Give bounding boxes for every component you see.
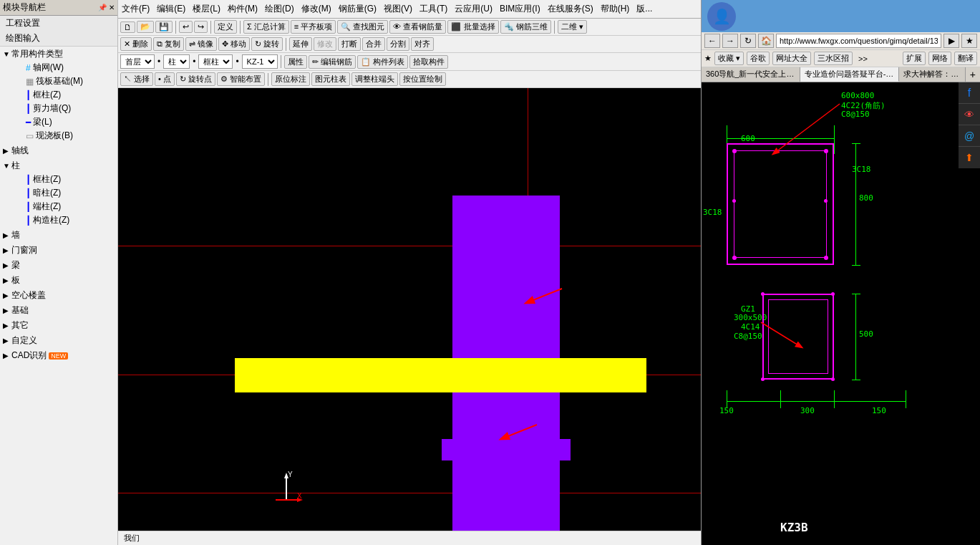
- tree-leaf-kz[interactable]: ┃框柱(Z): [9, 173, 117, 186]
- nav-forward[interactable]: →: [722, 34, 738, 48]
- tb-adjustend[interactable]: 调整柱端头: [351, 72, 398, 86]
- social-eye[interactable]: 👁: [959, 104, 980, 125]
- tb-undo[interactable]: ↩: [179, 21, 193, 33]
- tb-nonmod[interactable]: 修改: [314, 37, 336, 51]
- tree-leaf-dz[interactable]: ┃端柱(Z): [9, 200, 117, 213]
- sidebar-close-icon[interactable]: ✕: [109, 4, 115, 11]
- tree-label-foundation[interactable]: ▶ 基础: [0, 304, 117, 317]
- tb-redo[interactable]: ↪: [194, 21, 208, 33]
- tree-label-custom[interactable]: ▶ 自定义: [0, 334, 117, 347]
- menu-component[interactable]: 构件(M): [224, 1, 261, 16]
- nav-refresh[interactable]: ↻: [740, 34, 756, 48]
- bm-urlall[interactable]: 网址大全: [772, 52, 811, 65]
- tb-bypos[interactable]: 按位置绘制: [399, 72, 446, 86]
- tb-rotate[interactable]: ↻ 旋转: [251, 37, 283, 51]
- tree-leaf-az[interactable]: ┃暗柱(Z): [9, 186, 117, 200]
- bm-translate[interactable]: 翻译: [954, 52, 977, 65]
- browser-tab-1[interactable]: 专业造价问题答疑平台-广联... ✕: [800, 67, 900, 82]
- menu-online[interactable]: 在线服务(S): [544, 1, 597, 16]
- sidebar-item-drawing[interactable]: 绘图输入: [0, 31, 117, 46]
- tb-coltable[interactable]: 图元柱表: [311, 72, 350, 86]
- tree-label-other[interactable]: ▶ 其它: [0, 319, 117, 332]
- sidebar-item-engineering[interactable]: 工程设置: [0, 16, 117, 31]
- nav-back[interactable]: ←: [704, 34, 720, 48]
- browser-tab-0[interactable]: 360导航_新一代安全上网导... ✕: [702, 67, 800, 82]
- tree-leaf-beam[interactable]: ━梁(L): [9, 115, 117, 129]
- tb-save[interactable]: 💾: [155, 21, 173, 33]
- subtype-select[interactable]: 框柱: [198, 54, 233, 69]
- tb-split[interactable]: 分割: [387, 37, 409, 51]
- tb-delete[interactable]: ✕ 删除: [120, 37, 152, 51]
- social-at[interactable]: @: [959, 125, 980, 147]
- menu-cloud[interactable]: 云应用(U): [451, 1, 496, 16]
- tree-label-hollow[interactable]: ▶ 空心楼盖: [0, 289, 117, 302]
- bm-google[interactable]: 谷歌: [747, 52, 770, 65]
- menu-help[interactable]: 帮助(H): [597, 1, 634, 16]
- tree-leaf-framecol[interactable]: ┃框柱(Z): [9, 88, 117, 102]
- bm-network[interactable]: 网络: [928, 52, 951, 65]
- tree-label-ban[interactable]: ▶ 板: [0, 274, 117, 287]
- menu-edit[interactable]: 编辑(E): [153, 1, 189, 16]
- bm-more[interactable]: >>: [858, 54, 868, 63]
- tb-properties[interactable]: 属性: [284, 55, 307, 69]
- address-bar[interactable]: [776, 34, 941, 48]
- tree-label-col[interactable]: ▼ 柱: [0, 159, 117, 173]
- tb-2d[interactable]: 二维 ▾: [558, 20, 587, 34]
- tree-label-door[interactable]: ▶ 门窗洞: [0, 243, 117, 257]
- tb-rotpoint[interactable]: ↻ 旋转点: [176, 72, 215, 86]
- tb-smartlay[interactable]: ⚙ 智能布置: [217, 72, 265, 86]
- tb-copy[interactable]: ⧉ 复制: [153, 37, 184, 51]
- new-tab-btn[interactable]: +: [966, 67, 980, 82]
- browser-tab-2[interactable]: 求大神解答：构... ✕: [899, 67, 966, 82]
- component-select[interactable]: KZ-1: [242, 54, 278, 69]
- tb-align[interactable]: 对齐: [411, 37, 434, 51]
- tb-extend[interactable]: 延伸: [289, 37, 312, 51]
- tb-summary[interactable]: Σ 汇总计算: [243, 20, 289, 34]
- tree-leaf-raft[interactable]: ▦筏板基础(M): [9, 74, 117, 88]
- menu-version[interactable]: 版...: [633, 1, 656, 16]
- tb-findshape[interactable]: 🔍 查找图元: [337, 20, 388, 34]
- tb-new[interactable]: 🗋: [120, 21, 135, 33]
- tb-define[interactable]: 定义: [214, 20, 237, 34]
- tb-viewrebar[interactable]: 👁 查看钢筋量: [389, 20, 446, 34]
- sidebar-pin-icon[interactable]: 📌: [98, 4, 107, 11]
- menu-modify[interactable]: 修改(M): [298, 1, 335, 16]
- bm-sanshui[interactable]: 三水区招: [814, 52, 853, 65]
- tb-open[interactable]: 📂: [137, 21, 154, 33]
- menu-view[interactable]: 视图(V): [380, 1, 416, 16]
- tree-label-axisline[interactable]: ▶ 轴线: [0, 144, 117, 158]
- layer-select[interactable]: 首层: [120, 54, 155, 69]
- tb-editrebar[interactable]: ✏ 编辑钢筋: [309, 55, 356, 69]
- menu-rebar[interactable]: 钢筋量(G): [335, 1, 380, 16]
- tree-leaf-axis[interactable]: #轴网(W): [9, 61, 117, 74]
- nav-star[interactable]: ★: [961, 34, 977, 48]
- menu-tools[interactable]: 工具(T): [416, 1, 451, 16]
- tb-merge[interactable]: 合并: [362, 37, 385, 51]
- menu-floor[interactable]: 楼层(L): [189, 1, 224, 16]
- tree-label-common[interactable]: ▼ 常用构件类型: [0, 47, 117, 61]
- tb-flatboard[interactable]: ≡ 平齐板项: [291, 20, 336, 34]
- tb-break[interactable]: 打断: [338, 37, 361, 51]
- tree-label-liang[interactable]: ▶ 梁: [0, 259, 117, 272]
- component-type-select[interactable]: 柱: [163, 54, 190, 69]
- tree-label-wall[interactable]: ▶ 墙: [0, 228, 117, 242]
- nav-home[interactable]: 🏠: [758, 34, 774, 48]
- menu-file[interactable]: 文件(F): [118, 1, 153, 16]
- bm-extend[interactable]: 扩展: [903, 52, 926, 65]
- tb-rebar3d[interactable]: 🔩 钢筋三维: [500, 20, 551, 34]
- bm-favorites[interactable]: 收藏 ▾: [714, 52, 744, 65]
- tb-select[interactable]: ↖ 选择: [120, 72, 153, 86]
- nav-go[interactable]: ▶: [943, 34, 959, 48]
- cad-canvas[interactable]: A2 Y: [118, 88, 701, 545]
- tree-leaf-gzz[interactable]: ┃构造柱(Z): [9, 213, 117, 227]
- tb-point[interactable]: • 点: [155, 72, 175, 86]
- menu-bim[interactable]: BIM应用(I): [496, 1, 544, 16]
- tb-complist[interactable]: 📋 构件列表: [357, 55, 408, 69]
- social-fb[interactable]: f: [959, 82, 980, 104]
- tb-pickup[interactable]: 拾取构件: [409, 55, 448, 69]
- tb-batchsel[interactable]: ⬛ 批量选择: [447, 20, 498, 34]
- tb-mirror[interactable]: ⇌ 镜像: [185, 37, 217, 51]
- tb-inplace[interactable]: 原位标注: [271, 72, 310, 86]
- tree-label-cad[interactable]: ▶ CAD识别 NEW: [0, 349, 117, 362]
- social-share[interactable]: ⬆: [959, 147, 980, 168]
